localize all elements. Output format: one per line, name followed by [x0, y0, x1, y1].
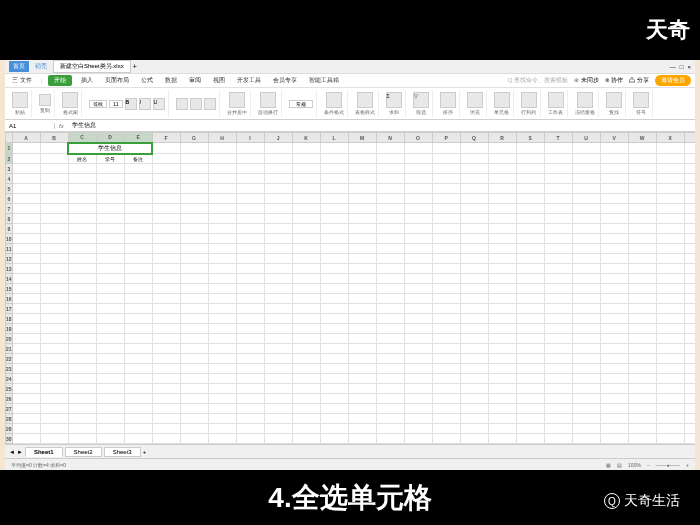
cell-L18[interactable] [320, 314, 348, 324]
cell-H5[interactable] [208, 184, 236, 194]
document-tab[interactable]: 新建空白Sheet类另.xlsx [53, 60, 131, 73]
cell-B15[interactable] [40, 284, 68, 294]
cell-O15[interactable] [404, 284, 432, 294]
cell-W31[interactable] [628, 444, 656, 445]
cell-A15[interactable] [12, 284, 40, 294]
cell-V1[interactable] [600, 143, 628, 154]
cell-P10[interactable] [432, 234, 460, 244]
cell-V8[interactable] [600, 214, 628, 224]
cell-J21[interactable] [264, 344, 292, 354]
cell-C19[interactable] [68, 324, 96, 334]
cell-O28[interactable] [404, 414, 432, 424]
cell-G10[interactable] [180, 234, 208, 244]
cell-H25[interactable] [208, 384, 236, 394]
cell-style-icon[interactable] [357, 92, 373, 108]
cell-A1[interactable] [12, 143, 40, 154]
cell-N24[interactable] [376, 374, 404, 384]
cell-Q23[interactable] [460, 364, 488, 374]
cell-K6[interactable] [292, 194, 320, 204]
cell-J24[interactable] [264, 374, 292, 384]
cell-I19[interactable] [236, 324, 264, 334]
cell-B14[interactable] [40, 274, 68, 284]
cell-N26[interactable] [376, 394, 404, 404]
cell-C28[interactable] [68, 414, 96, 424]
cell-D24[interactable] [96, 374, 124, 384]
tab-view[interactable]: 视图 [210, 75, 228, 86]
cell-J11[interactable] [264, 244, 292, 254]
cell-G4[interactable] [180, 174, 208, 184]
cell-T25[interactable] [544, 384, 572, 394]
cell-D13[interactable] [96, 264, 124, 274]
cell-C20[interactable] [68, 334, 96, 344]
cell-L1[interactable] [320, 143, 348, 154]
cell-R23[interactable] [488, 364, 516, 374]
cell-P6[interactable] [432, 194, 460, 204]
cell-R3[interactable] [488, 164, 516, 174]
cell-X21[interactable] [656, 344, 684, 354]
cell-O17[interactable] [404, 304, 432, 314]
cell-N2[interactable] [376, 154, 404, 164]
cell-J4[interactable] [264, 174, 292, 184]
cell-A3[interactable] [12, 164, 40, 174]
home-button[interactable]: 首页 [9, 61, 29, 72]
cell-L8[interactable] [320, 214, 348, 224]
cell-W16[interactable] [628, 294, 656, 304]
cell-Q14[interactable] [460, 274, 488, 284]
cell-N6[interactable] [376, 194, 404, 204]
cell-G1[interactable] [180, 143, 208, 154]
cell-K7[interactable] [292, 204, 320, 214]
font-select[interactable]: 等线 [89, 100, 107, 108]
zoom-out-button[interactable]: − [647, 462, 650, 468]
cell-E29[interactable] [124, 424, 152, 434]
cell-T28[interactable] [544, 414, 572, 424]
cell-D15[interactable] [96, 284, 124, 294]
cell-A31[interactable] [12, 444, 40, 445]
filter-icon[interactable]: ▽ [413, 92, 429, 108]
cell-S31[interactable] [516, 444, 544, 445]
view-page-icon[interactable]: ▤ [617, 462, 622, 468]
cell-Y1[interactable] [684, 143, 695, 154]
cell-N30[interactable] [376, 434, 404, 444]
cell-T6[interactable] [544, 194, 572, 204]
cell-J28[interactable] [264, 414, 292, 424]
cell-M19[interactable] [348, 324, 376, 334]
cell-V26[interactable] [600, 394, 628, 404]
cell-C9[interactable] [68, 224, 96, 234]
cell-U19[interactable] [572, 324, 600, 334]
cell-I6[interactable] [236, 194, 264, 204]
cell-V16[interactable] [600, 294, 628, 304]
cell-K31[interactable] [292, 444, 320, 445]
cell-T3[interactable] [544, 164, 572, 174]
cell-U14[interactable] [572, 274, 600, 284]
cell-B13[interactable] [40, 264, 68, 274]
cell-S10[interactable] [516, 234, 544, 244]
cell-F10[interactable] [152, 234, 180, 244]
cell-M18[interactable] [348, 314, 376, 324]
cell-R30[interactable] [488, 434, 516, 444]
close-button[interactable]: × [687, 64, 691, 70]
cell-S17[interactable] [516, 304, 544, 314]
cell-J23[interactable] [264, 364, 292, 374]
cell-L14[interactable] [320, 274, 348, 284]
col-header-A[interactable]: A [12, 133, 40, 143]
font-size-select[interactable]: 11 [109, 100, 123, 108]
cell-G20[interactable] [180, 334, 208, 344]
cell-S13[interactable] [516, 264, 544, 274]
cell-V23[interactable] [600, 364, 628, 374]
cell-A2[interactable] [12, 154, 40, 164]
cell-Y15[interactable] [684, 284, 695, 294]
cell-G3[interactable] [180, 164, 208, 174]
cell-Q30[interactable] [460, 434, 488, 444]
cell-Q31[interactable] [460, 444, 488, 445]
new-tab-button[interactable]: + [133, 63, 137, 70]
cell-W7[interactable] [628, 204, 656, 214]
cell-B22[interactable] [40, 354, 68, 364]
cell-R9[interactable] [488, 224, 516, 234]
cell-R28[interactable] [488, 414, 516, 424]
cell-U18[interactable] [572, 314, 600, 324]
cell-I30[interactable] [236, 434, 264, 444]
col-header-B[interactable]: B [40, 133, 68, 143]
cell-X2[interactable] [656, 154, 684, 164]
cell-F20[interactable] [152, 334, 180, 344]
cell-A27[interactable] [12, 404, 40, 414]
